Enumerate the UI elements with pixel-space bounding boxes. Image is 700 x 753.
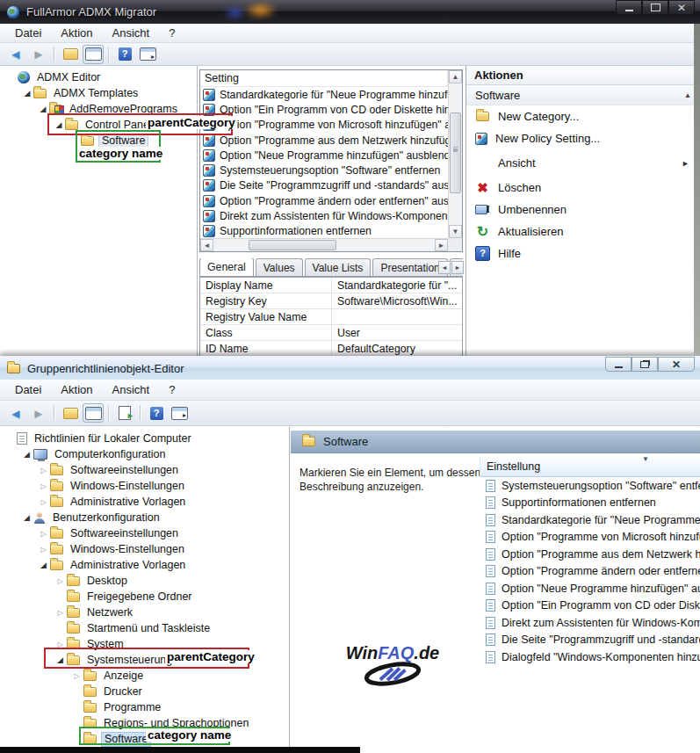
toolbar-button[interactable] bbox=[54, 47, 55, 62]
menu-item[interactable]: ? bbox=[159, 381, 184, 398]
setting-row[interactable]: Systemsteuerungsoption "Software" entfer… bbox=[200, 163, 448, 177]
tab-scroll-right-button[interactable]: ► bbox=[451, 261, 464, 274]
toolbar-button[interactable] bbox=[114, 45, 135, 64]
minimize-button[interactable] bbox=[605, 357, 631, 372]
tab-scroll-left-button[interactable]: ◄ bbox=[438, 261, 451, 274]
tree-item[interactable]: Softwareeinstellungen bbox=[0, 525, 289, 541]
Registry Key[interactable]: Registry Key Software\Microsoft\Win... bbox=[200, 293, 462, 309]
toolbar-button[interactable] bbox=[60, 403, 81, 423]
expander-icon[interactable] bbox=[37, 529, 50, 538]
gpo-setting-row[interactable]: Option "Ein Programm von CD oder Diskett… bbox=[480, 597, 700, 615]
expander-icon[interactable] bbox=[37, 466, 50, 474]
setting-row[interactable]: Standardkategorie für "Neue Programme hi… bbox=[200, 87, 448, 102]
toolbar-button[interactable] bbox=[5, 45, 26, 64]
action-item[interactable]: Löschen ► bbox=[466, 177, 700, 199]
scroll-up-button[interactable]: ▲ bbox=[449, 70, 462, 83]
menu-item[interactable]: Ansicht bbox=[103, 25, 160, 41]
toolbar-button[interactable] bbox=[5, 403, 26, 423]
gpo-setting-row[interactable]: Supportinformationen entfernen bbox=[480, 495, 700, 512]
gpo-setting-row[interactable]: Option "Neue Programme hinzufügen" ausb bbox=[480, 580, 700, 597]
ID Name[interactable]: ID Name DefaultCategory bbox=[200, 341, 462, 357]
menu-item[interactable]: Datei bbox=[5, 25, 51, 41]
tree-item[interactable]: Anzeige bbox=[0, 668, 289, 684]
toolbar-button[interactable] bbox=[114, 403, 135, 423]
tree-item[interactable]: Freigegebene Ordner bbox=[0, 589, 289, 605]
horizontal-scrollbar[interactable]: ◄ ► bbox=[200, 238, 448, 251]
tree-item[interactable]: Programme bbox=[0, 699, 289, 715]
toolbar-button[interactable] bbox=[108, 405, 110, 421]
maximize-button[interactable] bbox=[642, 0, 668, 15]
expander-icon[interactable] bbox=[54, 608, 67, 617]
collapse-caret-icon[interactable]: ▲ bbox=[684, 91, 691, 99]
gpo-setting-row[interactable]: Dialogfeld "Windows-Komponenten hinzufü bbox=[480, 648, 700, 666]
tree-item[interactable]: Startmenü und Taskleiste bbox=[0, 620, 289, 636]
tree-item[interactable]: Benutzerkonfiguration bbox=[0, 510, 289, 525]
properties-tab[interactable]: Values bbox=[256, 258, 303, 276]
scroll-right-button[interactable]: ► bbox=[435, 239, 448, 251]
gpo-setting-row[interactable]: Systemsteuerungsoption "Software" entfer… bbox=[480, 477, 700, 495]
toolbar-button[interactable] bbox=[108, 47, 110, 62]
menu-item[interactable]: Aktion bbox=[51, 25, 102, 41]
scroll-down-button[interactable]: ▼ bbox=[449, 225, 462, 238]
setting-row[interactable]: Direkt zum Assistenten für Windows-Kompo… bbox=[200, 208, 448, 223]
vertical-scrollbar[interactable]: ▲ ▼ bbox=[448, 70, 462, 238]
toolbar-button[interactable] bbox=[146, 403, 167, 423]
action-item[interactable]: Ansicht ► bbox=[466, 152, 700, 174]
properties-tab[interactable]: Presentation bbox=[372, 258, 447, 276]
close-button[interactable]: ✕ bbox=[658, 357, 695, 372]
setting-row[interactable]: Option "Ein Programm von CD oder Diskett… bbox=[200, 102, 448, 117]
tree-item[interactable]: Richtlinien für Lokaler Computer bbox=[0, 431, 289, 446]
expander-icon[interactable] bbox=[54, 576, 67, 585]
tree-item[interactable]: Softwareeinstellungen bbox=[0, 462, 289, 478]
expander-icon[interactable] bbox=[37, 481, 50, 490]
toolbar-button[interactable] bbox=[28, 403, 49, 423]
action-item[interactable]: Umbenennen ► bbox=[466, 199, 700, 221]
gpo-titlebar[interactable]: Gruppenrichtlinienobjekt-Editor ✕ bbox=[0, 356, 700, 380]
properties-tab[interactable]: Value Lists bbox=[305, 258, 372, 276]
tree-item[interactable]: Windows-Einstellungen bbox=[0, 541, 289, 557]
tree-item[interactable]: Windows-Einstellungen bbox=[0, 478, 289, 494]
toolbar-button[interactable] bbox=[169, 403, 190, 423]
gpo-setting-row[interactable]: Standardkategorie für "Neue Programme hi bbox=[480, 511, 700, 529]
admx-titlebar[interactable]: FullArmor ADMX Migrator ✕ bbox=[0, 0, 700, 24]
Display Name[interactable]: Display Name Standardkategorie für "... bbox=[200, 278, 462, 293]
action-item[interactable]: New Policy Setting... ► bbox=[466, 127, 700, 149]
gpo-setting-row[interactable]: Option "Programme aus dem Netzwerk hinz bbox=[480, 546, 700, 563]
close-button[interactable]: ✕ bbox=[668, 0, 695, 15]
toolbar-button[interactable] bbox=[137, 45, 158, 64]
action-item[interactable]: Hilfe ► bbox=[466, 243, 700, 264]
expander-icon[interactable] bbox=[20, 450, 33, 459]
expander-icon[interactable] bbox=[37, 105, 49, 113]
settings-column-header[interactable]: Setting bbox=[200, 70, 448, 87]
scrollbar-thumb[interactable] bbox=[450, 112, 461, 193]
setting-row[interactable]: Option "Programme aus dem Netzwerk hinzu… bbox=[200, 133, 448, 148]
minimize-button[interactable] bbox=[616, 0, 642, 15]
toolbar-button[interactable] bbox=[60, 45, 81, 64]
toolbar-button[interactable] bbox=[54, 405, 55, 421]
menu-item[interactable]: Datei bbox=[5, 381, 51, 398]
gpo-setting-row[interactable]: Die Seite "Programmzugriff und -standard… bbox=[480, 632, 700, 649]
tree-item[interactable]: Drucker bbox=[0, 684, 289, 699]
tree-item[interactable]: Desktop bbox=[0, 573, 289, 589]
gpo-list-column-header[interactable]: Einstellung ▼ bbox=[480, 457, 700, 477]
actions-group-header[interactable]: Software ▲ bbox=[466, 85, 700, 105]
expander-icon[interactable] bbox=[70, 671, 83, 680]
Class[interactable]: Class User bbox=[200, 325, 462, 341]
setting-row[interactable]: Die Seite "Programmzugriff und -standard… bbox=[200, 178, 448, 193]
setting-row[interactable]: Option "Neue Programme hinzufügen" ausbl… bbox=[200, 148, 448, 163]
setting-row[interactable]: Option "Programme ändern oder entfernen"… bbox=[200, 193, 448, 208]
tree-item[interactable]: Administrative Vorlagen bbox=[0, 557, 289, 573]
tree-item[interactable]: Computerkonfiguration bbox=[0, 446, 289, 462]
tree-item[interactable]: Administrative Vorlagen bbox=[0, 494, 289, 510]
gpo-setting-row[interactable]: Option "Programme ändern oder entfernen" bbox=[480, 563, 700, 581]
scroll-left-button[interactable]: ◄ bbox=[200, 239, 213, 251]
expander-icon[interactable] bbox=[37, 497, 50, 506]
expander-icon[interactable] bbox=[20, 513, 33, 522]
toolbar-button[interactable] bbox=[83, 45, 104, 64]
tree-item[interactable]: ADMX Templates bbox=[0, 85, 197, 101]
toolbar-button[interactable] bbox=[140, 405, 141, 421]
action-item[interactable]: Aktualisieren ► bbox=[466, 221, 700, 243]
setting-row[interactable]: Supportinformationen entfernen bbox=[200, 224, 448, 239]
toolbar-button[interactable] bbox=[83, 403, 104, 423]
expander-icon[interactable] bbox=[37, 545, 50, 554]
